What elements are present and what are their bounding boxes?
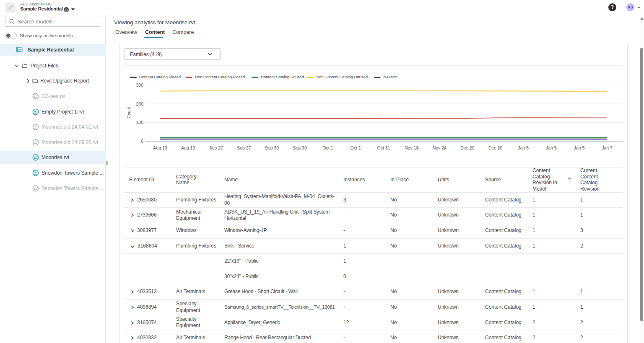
svg-text:Dec 20: Dec 20 <box>460 145 474 150</box>
svg-text:Oct 31: Oct 31 <box>377 145 390 150</box>
svg-text:Sep 30: Sep 30 <box>293 145 306 150</box>
svg-text:200: 200 <box>136 101 143 106</box>
svg-text:Aug 19: Aug 19 <box>153 145 167 150</box>
svg-text:Jan 5: Jan 5 <box>518 145 529 150</box>
svg-text:0: 0 <box>141 139 143 144</box>
svg-text:Jan 5: Jan 5 <box>546 145 557 150</box>
svg-text:Oct 1: Oct 1 <box>351 145 361 150</box>
svg-text:Oct 1: Oct 1 <box>322 145 333 150</box>
svg-text:Dec 20: Dec 20 <box>488 145 502 150</box>
svg-text:Nov 24: Nov 24 <box>433 145 447 150</box>
svg-text:Count: Count <box>127 107 131 118</box>
svg-text:Aug 19: Aug 19 <box>181 145 195 150</box>
svg-text:Nov 18: Nov 18 <box>405 145 418 150</box>
svg-text:Sep 27: Sep 27 <box>209 145 223 150</box>
svg-text:Jan 5: Jan 5 <box>574 145 585 150</box>
svg-text:Jan 7: Jan 7 <box>602 145 613 150</box>
svg-text:Sep 30: Sep 30 <box>265 145 279 150</box>
svg-text:100: 100 <box>136 120 143 125</box>
svg-text:300: 300 <box>136 83 143 88</box>
svg-text:Sep 27: Sep 27 <box>237 145 251 150</box>
